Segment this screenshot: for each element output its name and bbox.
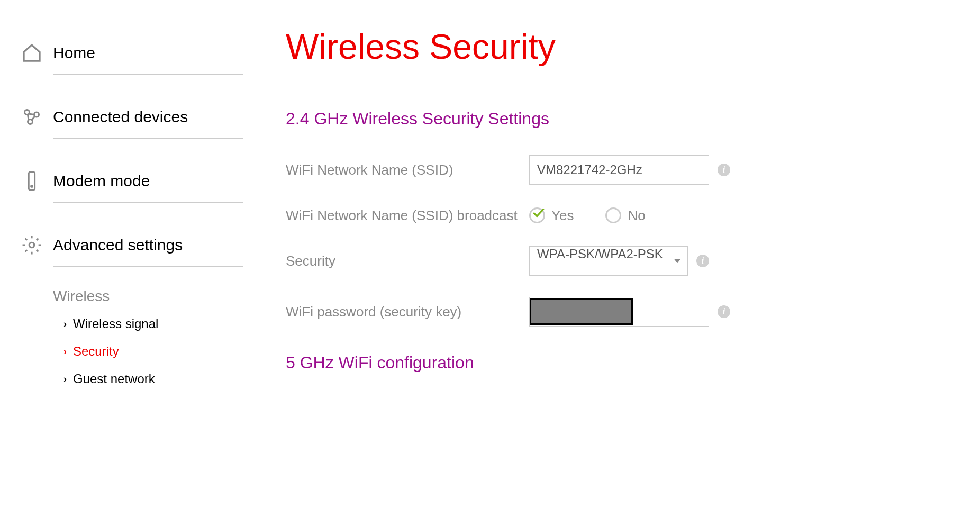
nav-modem-mode[interactable]: Modem mode — [53, 160, 243, 203]
main-content: Wireless Security 2.4 GHz Wireless Secur… — [243, 32, 959, 399]
broadcast-no-option[interactable]: No — [605, 207, 645, 224]
nav-advanced-settings[interactable]: Advanced settings — [53, 224, 243, 267]
row-broadcast: WiFi Network Name (SSID) broadcast Yes — [286, 206, 959, 225]
subnav-security[interactable]: › Security — [53, 338, 243, 365]
broadcast-label: WiFi Network Name (SSID) broadcast — [286, 206, 529, 225]
password-label: WiFi password (security key) — [286, 302, 529, 321]
info-icon[interactable]: i — [696, 255, 709, 267]
nav-connected-devices-label: Connected devices — [53, 108, 188, 126]
row-password: WiFi password (security key) i — [286, 297, 959, 327]
radio-no-label: No — [628, 207, 645, 224]
nav-modem-mode-label: Modem mode — [53, 172, 150, 190]
checkmark-icon — [532, 206, 546, 220]
page-title: Wireless Security — [286, 26, 959, 67]
nav-home[interactable]: Home — [53, 32, 243, 75]
subnav-item-label: Security — [73, 344, 119, 359]
chevron-right-icon: › — [63, 319, 67, 330]
info-icon[interactable]: i — [718, 305, 730, 318]
row-ssid: WiFi Network Name (SSID) i — [286, 155, 959, 185]
security-select[interactable]: WPA-PSK/WPA2-PSK — [529, 246, 688, 276]
subnav-guest-network[interactable]: › Guest network — [53, 365, 243, 393]
radio-yes-label: Yes — [551, 207, 574, 224]
radio-circle-checked — [529, 207, 545, 223]
password-redacted-block — [530, 298, 633, 325]
row-security: Security WPA-PSK/WPA2-PSK i — [286, 246, 959, 276]
devices-icon — [21, 106, 42, 128]
security-label: Security — [286, 251, 529, 270]
modem-icon — [21, 170, 42, 192]
ssid-label: WiFi Network Name (SSID) — [286, 160, 529, 179]
subnav-wireless: Wireless › Wireless signal › Security › … — [53, 277, 243, 393]
chevron-right-icon: › — [63, 374, 67, 385]
sidebar: Home Connected devices Modem mode — [21, 32, 243, 399]
nav-home-label: Home — [53, 44, 95, 62]
broadcast-yes-option[interactable]: Yes — [529, 207, 574, 224]
svg-point-4 — [31, 186, 33, 187]
subnav-item-label: Wireless signal — [73, 316, 158, 331]
chevron-right-icon: › — [63, 346, 67, 357]
radio-circle-unchecked — [605, 207, 621, 223]
subnav-wireless-signal[interactable]: › Wireless signal — [53, 310, 243, 338]
gear-icon — [21, 234, 42, 256]
subnav-header: Wireless — [53, 277, 243, 310]
section-5-title: 5 GHz WiFi configuration — [286, 353, 959, 373]
svg-point-5 — [29, 242, 34, 248]
broadcast-radio-group: Yes No — [529, 207, 646, 224]
home-icon — [21, 42, 42, 64]
nav-connected-devices[interactable]: Connected devices — [53, 96, 243, 139]
password-input[interactable] — [529, 297, 709, 327]
info-icon[interactable]: i — [718, 164, 730, 176]
nav-advanced-settings-label: Advanced settings — [53, 236, 183, 254]
section-24-title: 2.4 GHz Wireless Security Settings — [286, 109, 959, 129]
subnav-item-label: Guest network — [73, 372, 155, 386]
ssid-input[interactable] — [529, 155, 709, 185]
